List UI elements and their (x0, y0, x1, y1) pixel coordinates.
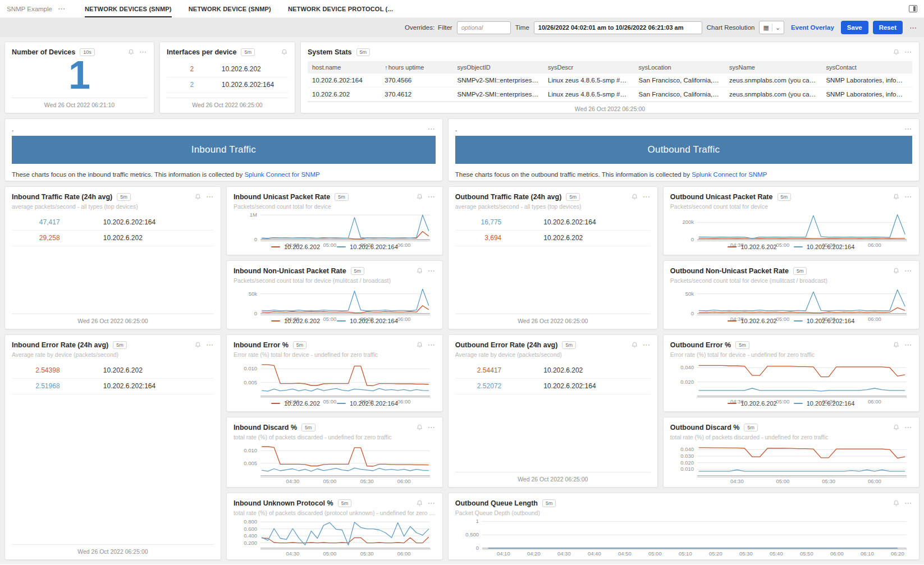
line-chart[interactable]: 0.0100.0200.0300.04004:3005:0005:3006:00 (670, 442, 912, 484)
side-panel-icon[interactable] (909, 5, 917, 12)
legend-label: 10.202.6.202:164 (807, 318, 855, 324)
event-overlay-link[interactable]: Event Overlay (791, 24, 834, 31)
legend-item[interactable]: 10.202.6.202 (271, 318, 320, 324)
col-header[interactable]: sysObjectID (452, 61, 543, 74)
bell-icon[interactable] (893, 193, 900, 201)
svg-text:05:40: 05:40 (770, 550, 783, 557)
panel-more-icon[interactable]: ⋯ (904, 343, 912, 347)
legend-item[interactable]: 10.202.6.202 (271, 400, 320, 407)
legend-item[interactable]: 10.202.6.202:164 (337, 244, 398, 250)
panel-more-icon[interactable]: ⋯ (428, 269, 436, 273)
legend-item[interactable]: 10.202.6.202 (728, 318, 776, 324)
col-header[interactable]: sysName (725, 61, 821, 74)
line-chart[interactable]: 0.0050.01004:3005:0005:3006:00 (234, 442, 436, 484)
bell-icon[interactable] (416, 499, 423, 507)
panel-more-icon[interactable]: ⋯ (904, 127, 912, 131)
col-header[interactable]: ↑hours uptime (380, 61, 452, 74)
tab-network-devices-snmp[interactable]: NETWORK DEVICES (SNMP) (85, 0, 172, 17)
chart-resolution-select[interactable]: ▦ ⌄ (759, 21, 784, 34)
table-cell: San Francisco, California, United States (634, 88, 725, 102)
col-header[interactable]: sysContact (821, 61, 912, 74)
bell-icon[interactable] (416, 267, 423, 275)
legend-item[interactable]: 10.202.6.202 (271, 244, 320, 250)
legend-item[interactable]: 10.202.6.202:164 (794, 244, 855, 250)
legend-item[interactable]: 10.202.6.202:164 (794, 400, 855, 407)
chart-legend: 10.202.6.20210.202.6.202:164 (670, 315, 912, 326)
dashboard-more-icon[interactable]: ⋯ (58, 4, 66, 13)
save-button[interactable]: Save (841, 21, 868, 34)
panel-more-icon[interactable]: ⋯ (904, 425, 912, 430)
line-chart[interactable]: 0200k04:3005:0005:3006:00 (670, 211, 912, 241)
table-row[interactable]: 10.202.6.202:164370.4566SNMPv2-SMI::ente… (308, 74, 912, 88)
tab-network-device-snmp[interactable]: NETWORK DEVICE (SNMP) (189, 0, 271, 17)
panel-more-icon[interactable]: ⋯ (643, 195, 651, 199)
bell-icon[interactable] (281, 48, 288, 56)
tab-network-device-protocol[interactable]: NETWORK DEVICE PROTOCOL (... (288, 0, 393, 17)
panel-more-icon[interactable]: ⋯ (904, 269, 912, 273)
bell-icon[interactable] (893, 424, 900, 431)
panel-outbound-queue-length: Outbound Queue Length 5m ⋯ Packet Queue … (448, 493, 920, 560)
panel-more-icon[interactable]: ⋯ (206, 195, 214, 199)
device-label: 10.202.6.202:164 (198, 81, 288, 89)
reset-button[interactable]: Reset (873, 21, 903, 34)
bell-icon[interactable] (893, 341, 900, 349)
legend-item[interactable]: 10.202.6.202:164 (337, 400, 398, 407)
panel-more-icon[interactable]: ⋯ (428, 501, 436, 506)
panel-more-icon[interactable]: ⋯ (904, 50, 912, 54)
panel-title: Outbound Queue Length (455, 499, 538, 507)
device-label: 10.202.6.202:164 (65, 382, 214, 390)
bell-icon[interactable] (631, 193, 638, 201)
bell-icon[interactable] (194, 193, 202, 201)
line-chart[interactable]: 0.0050.01004:3005:0005:3006:00 (234, 359, 436, 398)
line-chart[interactable]: 01M04:3005:0005:3006:00 (234, 211, 436, 241)
toolbar-more-icon[interactable]: ⋯ (909, 24, 917, 32)
panel-title: Outbound Error % (670, 341, 731, 349)
splunk-connect-link[interactable]: Splunk Connect for SNMP (692, 171, 767, 178)
legend-item[interactable]: 10.202.6.202:164 (794, 318, 855, 324)
panel-title: Outbound Unicast Packet Rate (670, 193, 773, 201)
bell-icon[interactable] (893, 267, 900, 275)
panel-inbound-error-pct: Inbound Error % 5m ⋯ Error rate (%) tota… (226, 334, 443, 412)
bell-icon[interactable] (416, 193, 423, 201)
panel-subtitle: Packets/second count total for device (670, 203, 912, 210)
line-chart[interactable]: 0.2000.4000.6000.80004:3005:0005:3006:00 (234, 517, 436, 557)
filter-input[interactable] (457, 21, 511, 34)
panel-more-icon[interactable]: ⋯ (428, 127, 436, 131)
panel-more-icon[interactable]: ⋯ (643, 343, 651, 347)
svg-text:05:30: 05:30 (739, 550, 753, 557)
bell-icon[interactable] (893, 48, 900, 56)
bell-icon[interactable] (631, 341, 638, 349)
metric-list: 47,41710.202.6.202:16429,25810.202.6.202 (12, 215, 214, 246)
line-chart[interactable]: 00.500104:1004:2004:3004:4004:5005:0005:… (455, 517, 912, 557)
bell-icon[interactable] (416, 341, 423, 349)
bell-icon[interactable] (893, 499, 900, 507)
table-cell: San Francisco, California, United States (634, 74, 725, 88)
col-header[interactable]: sysDescr (543, 61, 634, 74)
legend-item[interactable]: 10.202.6.202:164 (337, 318, 398, 324)
panel-more-icon[interactable]: ⋯ (428, 195, 436, 199)
svg-text:1: 1 (475, 518, 478, 524)
col-header[interactable]: sysLocation (634, 61, 725, 74)
legend-item[interactable]: 10.202.6.202 (728, 244, 776, 250)
legend-item[interactable]: 10.202.6.202 (728, 400, 776, 407)
list-item: 210.202.6.202:164 (167, 77, 288, 93)
table-row[interactable]: 10.202.6.202370.4612SNMPv2-SMI::enterpri… (308, 88, 912, 102)
bell-icon[interactable] (194, 341, 202, 349)
panel-more-icon[interactable]: ⋯ (428, 343, 436, 347)
panel-more-icon[interactable]: ⋯ (904, 501, 912, 506)
splunk-connect-link[interactable]: Splunk Connect for SNMP (244, 171, 319, 178)
line-chart[interactable]: 0.0200.04004:3005:0005:3006:00 (670, 359, 912, 398)
panel-title: . (455, 125, 457, 133)
panel-timestamp: Wed 26 Oct 2022 06:25:00 (12, 314, 214, 326)
bell-icon[interactable] (416, 424, 423, 431)
svg-text:0.005: 0.005 (244, 379, 257, 385)
panel-inbound-nonunicast-packet-rate: Inbound Non-Unicast Packet Rate 5m ⋯ Pac… (226, 260, 443, 329)
line-chart[interactable]: 050k04:3005:0005:3006:00 (234, 285, 436, 315)
line-chart[interactable]: 050k04:3005:0005:3006:00 (670, 285, 912, 315)
panel-more-icon[interactable]: ⋯ (206, 343, 214, 347)
time-range-input[interactable] (534, 21, 702, 34)
panel-more-icon[interactable]: ⋯ (428, 425, 436, 430)
list-item: 2.5439810.202.6.202 (12, 363, 214, 379)
col-header[interactable]: host.name (308, 61, 380, 74)
panel-more-icon[interactable]: ⋯ (904, 195, 912, 199)
